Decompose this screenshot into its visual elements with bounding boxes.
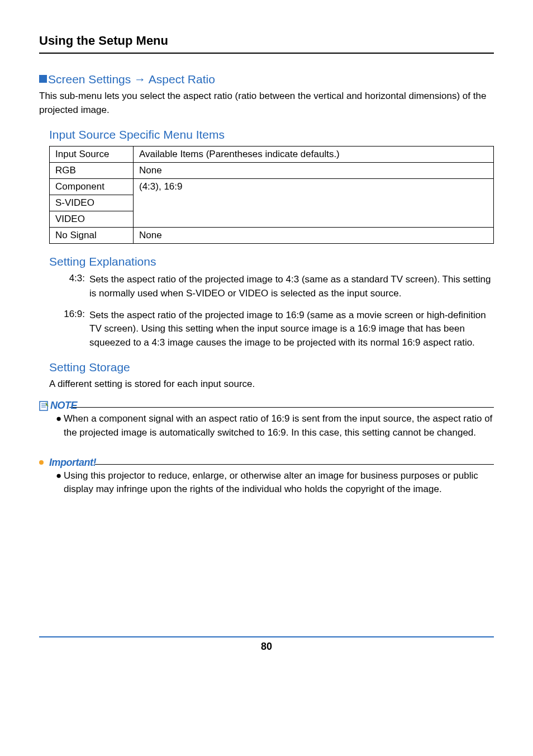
note-bullet: ● When a component signal with an aspect…	[56, 412, 494, 440]
storage-text: A different setting is stored for each i…	[49, 379, 494, 390]
input-menu-title: Input Source Specific Menu Items	[49, 128, 494, 141]
setting-169-value: Sets the aspect ratio of the projected i…	[89, 309, 494, 350]
table-cell: None	[134, 228, 494, 244]
note-icon	[39, 401, 49, 411]
footer-rule	[39, 636, 494, 637]
section-title: Screen Settings → Aspect Ratio	[39, 73, 494, 86]
table-cell: (4:3), 16:9	[134, 179, 494, 228]
page-number: 80	[39, 641, 494, 653]
table-cell: None	[134, 163, 494, 179]
setting-43-row: 4:3: Sets the aspect ratio of the projec…	[63, 273, 494, 300]
table-head-items: Available Items (Parentheses indicate de…	[134, 147, 494, 163]
table-cell: RGB	[50, 163, 134, 179]
important-label-text: Important!	[49, 457, 96, 469]
table-row: Component (4:3), 16:9	[50, 179, 494, 195]
setting-43-key: 4:3:	[63, 273, 89, 300]
table-head-source: Input Source	[50, 147, 134, 163]
setting-169-row: 16:9: Sets the aspect ratio of the proje…	[63, 309, 494, 350]
important-label: Important!	[39, 457, 494, 469]
input-source-table: Input Source Available Items (Parenthese…	[49, 146, 494, 244]
table-cell: S-VIDEO	[50, 195, 134, 211]
section-title-prefix: Screen Settings	[48, 73, 134, 86]
important-rule	[95, 464, 494, 465]
svg-rect-0	[40, 401, 47, 410]
table-cell: Component	[50, 179, 134, 195]
table-row: No Signal None	[50, 228, 494, 244]
arrow-icon: →	[134, 73, 146, 86]
section-title-suffix: Aspect Ratio	[146, 73, 215, 86]
bullet-icon: ●	[56, 412, 64, 440]
page-header-title: Using the Setup Menu	[39, 34, 494, 48]
storage-title: Setting Storage	[49, 361, 494, 374]
table-cell: VIDEO	[50, 211, 134, 228]
important-bullet: ● Using this projector to reduce, enlarg…	[56, 469, 494, 497]
note-bullet-text: When a component signal with an aspect r…	[64, 412, 494, 440]
table-cell: No Signal	[50, 228, 134, 244]
important-bullet-text: Using this projector to reduce, enlarge,…	[64, 469, 494, 497]
setting-43-value: Sets the aspect ratio of the projected i…	[89, 273, 494, 300]
bullet-icon: ●	[56, 469, 64, 497]
square-bullet-icon	[39, 75, 47, 83]
setting-169-key: 16:9:	[63, 309, 89, 350]
header-rule	[39, 53, 494, 54]
note-label: NOTE	[39, 400, 494, 412]
note-label-text: NOTE	[50, 400, 77, 412]
table-row: Input Source Available Items (Parenthese…	[50, 147, 494, 163]
table-row: RGB None	[50, 163, 494, 179]
section-intro: This sub-menu lets you select the aspect…	[39, 89, 494, 117]
explanations-title: Setting Explanations	[49, 255, 494, 268]
important-dot-icon	[39, 460, 44, 465]
note-rule	[69, 407, 494, 408]
